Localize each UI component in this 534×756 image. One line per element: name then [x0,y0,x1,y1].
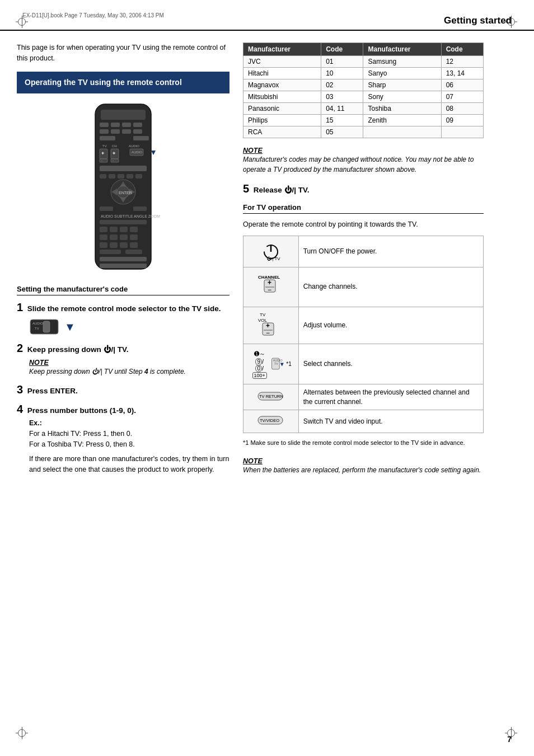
step-5: 5 Release ⏻/| TV. [243,182,484,195]
svg-rect-10 [100,136,115,140]
svg-rect-3 [111,123,120,127]
intro-text: This page is for when operating your TV … [17,43,229,64]
tv-op-power-desc: Turn ON/OFF the power. [298,236,483,267]
svg-rect-30 [127,174,133,179]
svg-text:TV: TV [102,144,107,148]
svg-text:+: + [101,151,104,156]
svg-text:-: - [101,159,102,162]
step-5-text: Release ⏻/| TV. [254,186,310,194]
svg-rect-2 [100,123,109,127]
step-4-text: Press number buttons (1-9, 0). [27,406,136,415]
svg-rect-44 [110,227,118,232]
tv-op-video-desc: Switch TV and video input. [298,410,483,433]
svg-text:TV: TV [260,312,266,317]
svg-rect-49 [120,234,128,240]
tv-op-channel: CHANNEL + − Change channels. [243,267,484,307]
svg-rect-28 [109,174,115,179]
svg-text:TV RETURN: TV RETURN [259,394,283,399]
table-header-code2: Code [441,43,483,56]
footnote-marker: *1 [286,361,291,367]
svg-text:AUDIO: AUDIO [129,144,139,148]
step-5-num: 5 [243,182,249,195]
note-bottom: NOTE When the batteries are replaced, pe… [243,457,484,475]
tv-op-return-icon-cell: TV RETURN [243,384,299,410]
svg-rect-46 [130,227,138,232]
step-4-extra: If there are more than one manufacturer'… [29,454,229,475]
table-row: JVC01Samsung12 [243,56,484,68]
remote-image: TV CH AUDIO + - + - AUDIO [17,101,229,275]
svg-marker-25 [151,151,156,155]
tv-operation-table: ⏻/| TV Turn ON/OFF the power. CHANNEL + … [243,236,484,434]
svg-rect-52 [110,242,118,248]
step-1-num: 1 [17,301,23,313]
svg-rect-31 [135,174,142,179]
svg-rect-8 [122,129,131,134]
svg-text:−: − [268,286,271,294]
tv-video-icon: TV/VIDEO [255,414,286,428]
page-header: Getting started [0,0,534,31]
remote-svg: TV CH AUDIO + - + - AUDIO [78,101,168,275]
tv-op-volume-desc: Adjust volume. [298,307,483,344]
svg-text:+: + [266,322,270,330]
svg-text:−: − [266,329,270,337]
svg-text:AUDIO: AUDIO [32,322,43,325]
svg-rect-27 [100,174,106,179]
svg-rect-9 [133,129,142,134]
svg-text:CH: CH [112,144,117,148]
step-1: 1 Slide the remote control mode selector… [17,301,229,335]
step-2: 2 Keep pressing down ⏻/| TV. NOTE Keep p… [17,342,229,377]
step-2-num: 2 [17,342,23,354]
svg-text:-: - [113,159,114,162]
svg-rect-40 [133,206,147,211]
svg-rect-48 [110,234,118,240]
step-4-body: Ex.: For a Hitachi TV: Press 1, then 0. … [29,418,229,449]
volume-icon: TV VOL + − [255,311,286,339]
svg-text:AUDIO: AUDIO [132,151,142,154]
tv-op-channel-icon-cell: CHANNEL + − [243,267,299,307]
step-4-num: 4 [17,403,23,415]
svg-text:AUDIO SUBTITLE ANGLE ZOOM: AUDIO SUBTITLE ANGLE ZOOM [101,214,160,218]
svg-text:TV: TV [35,327,39,330]
table-row: Mitsubishi03Sony07 [243,91,484,103]
number-range-label: ➊～9/ 0/ 100+ [250,350,269,378]
table-header-code1: Code [321,43,363,56]
note-bottom-text: When the batteries are replaced, perform… [243,465,484,475]
tv-op-select-desc: Select channels. [298,344,483,384]
tv-op-volume-icon-cell: TV VOL + − [243,307,299,344]
table-header-mfr1: Manufacturer [243,43,321,56]
svg-text:+: + [113,151,115,156]
tv-op-select: ➊～9/ 0/ 100+ AUDIO TV *1 [243,344,484,384]
step-2-text: Keep pressing down ⏻/| TV. [27,345,129,354]
tv-op-video-icon-cell: TV/VIDEO [243,410,299,433]
left-column: This page is for when operating your TV … [17,43,229,739]
svg-rect-6 [100,129,109,134]
svg-rect-26 [100,166,147,171]
svg-rect-54 [130,242,138,248]
footnote-text: *1 Make sure to slide the remote control… [243,439,484,447]
svg-rect-47 [100,234,107,240]
step-3-text: Press ENTER. [27,387,78,395]
svg-rect-7 [111,129,120,134]
tv-op-volume: TV VOL + − Adjust volume. [243,307,484,344]
step-3-num: 3 [17,383,23,396]
svg-marker-80 [280,363,284,367]
manufacturer-table: Manufacturer Code Manufacturer Code JVC0… [243,43,484,138]
table-header-mfr2: Manufacturer [363,43,441,56]
svg-rect-45 [120,227,128,232]
tv-op-power: ⏻/| TV Turn ON/OFF the power. [243,236,484,267]
table-row: Hitachi10Sanyo13, 14 [243,68,484,79]
tv-op-power-icon-cell: ⏻/| TV [243,236,299,267]
for-tv-section-title: For TV operation [243,203,484,214]
svg-rect-56 [125,250,142,254]
note-right-title: NOTE [243,147,263,154]
svg-rect-50 [130,234,138,240]
table-row: Magnavox02Sharp06 [243,79,484,91]
svg-text:TV/VIDEO: TV/VIDEO [260,418,279,423]
svg-rect-55 [100,250,121,254]
page-title: Getting started [444,15,512,26]
svg-text:TV: TV [275,363,279,366]
note-right-text: Manufacturer's codes may be changed with… [243,154,484,175]
selector-image: AUDIO TV [29,318,60,335]
svg-rect-57 [100,257,147,261]
step-2-note-text: Keep pressing down ⏻/| TV until Step 4 i… [29,367,229,377]
